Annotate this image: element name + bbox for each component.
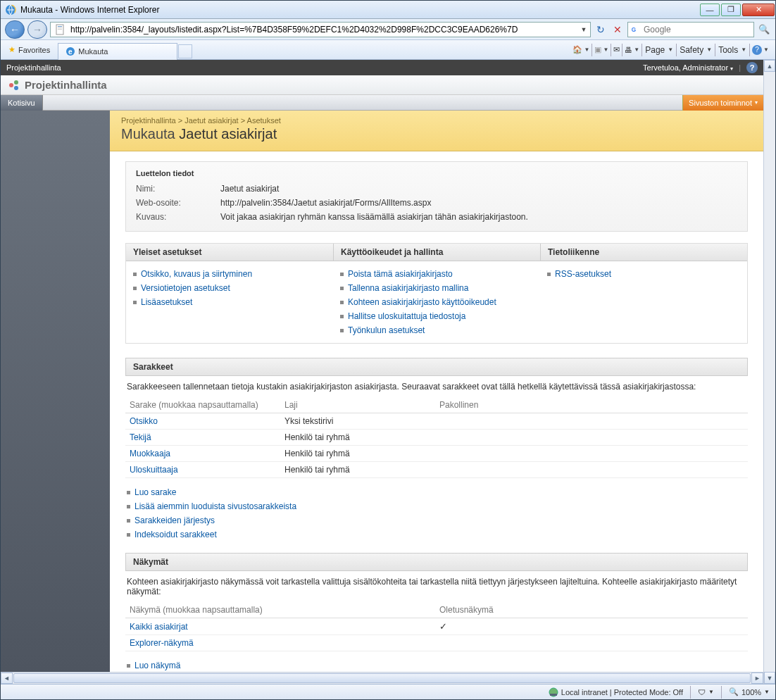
settings-link[interactable]: Työnkulun asetukset — [340, 323, 533, 337]
scroll-down-button[interactable]: ▼ — [764, 672, 775, 684]
link-label[interactable]: Työnkulun asetukset — [348, 325, 425, 335]
settings-link[interactable]: Indeksoidut sarakkeet — [127, 527, 746, 542]
back-button[interactable]: ← — [5, 20, 25, 39]
zone-icon — [549, 687, 558, 697]
favorites-button[interactable]: ★ Favorites — [2, 42, 56, 58]
address-input[interactable] — [69, 24, 579, 35]
home-menu[interactable]: 🏠▼ — [570, 42, 592, 58]
maximize-button[interactable]: ❐ — [721, 4, 741, 16]
bullet-icon — [127, 491, 130, 494]
link-label[interactable]: Luo näkymä — [134, 661, 180, 670]
fav-tab-row: ★ Favorites e Mukauta 🏠▼ ▣▼ ✉ 🖶▼ Page▼ S… — [1, 40, 775, 60]
settings-link[interactable]: Sarakkeiden järjestys — [127, 513, 746, 527]
svg-rect-4 — [58, 27, 62, 28]
scroll-up-button[interactable]: ▲ — [764, 60, 775, 72]
column-link[interactable]: Otsikko — [130, 416, 158, 426]
link-label[interactable]: Sarakkeiden järjestys — [134, 515, 215, 525]
link-label[interactable]: Luo sarake — [134, 487, 176, 497]
link-label[interactable]: Hallitse uloskuitattuja tiedostoja — [348, 311, 465, 321]
views-table: Näkymä (muokkaa napsauttamalla) Oletusnä… — [125, 602, 748, 651]
browser-tab[interactable]: e Mukauta — [58, 43, 177, 60]
bullet-icon — [547, 273, 551, 276]
scroll-left-button[interactable]: ◄ — [1, 673, 13, 684]
protected-mode-menu[interactable]: 🛡▼ — [698, 688, 714, 696]
link-label[interactable]: Versiotietojen asetukset — [141, 283, 230, 293]
svg-text:e: e — [68, 48, 73, 56]
settings-link[interactable]: Luo näkymä — [127, 658, 746, 672]
scroll-thumb-h[interactable] — [13, 673, 751, 683]
settings-link[interactable]: Otsikko, kuvaus ja siirtyminen — [133, 267, 326, 281]
search-input[interactable] — [642, 24, 751, 35]
scrollbar-vertical[interactable]: ▲ ▼ — [763, 60, 775, 684]
close-button[interactable]: ✕ — [742, 4, 775, 16]
link-label[interactable]: Lisäasetukset — [141, 297, 192, 307]
new-tab-button[interactable] — [178, 44, 192, 58]
scroll-right-button[interactable]: ► — [751, 673, 763, 684]
sp-help-icon[interactable]: ? — [746, 62, 758, 73]
site-title[interactable]: Projektinhallinta — [25, 79, 107, 91]
scrollbar-horizontal[interactable]: ◄ ► — [1, 672, 763, 684]
settings-link[interactable]: Tallenna asiakirjakirjasto mallina — [340, 281, 533, 295]
stop-button[interactable]: ✕ — [611, 23, 625, 37]
tab-home[interactable]: Kotisivu — [1, 95, 43, 111]
security-zone[interactable]: Local intranet | Protected Mode: Off — [549, 687, 683, 697]
settings-link[interactable]: Luo sarake — [127, 485, 746, 499]
settings-link[interactable]: Lisää aiemmin luoduista sivustosarakkeis… — [127, 499, 746, 513]
safety-menu[interactable]: Safety▼ — [677, 42, 715, 58]
welcome-menu[interactable]: Tervetuloa, Administrator ▾ — [643, 63, 733, 72]
column-link[interactable]: Muokkaaja — [130, 449, 170, 458]
bullet-icon — [133, 287, 137, 290]
settings-link[interactable]: Versiotietojen asetukset — [133, 281, 326, 295]
site-actions-menu[interactable]: Sivuston toiminnot▾ — [682, 95, 763, 111]
rss-icon: ▣ — [594, 45, 601, 54]
readmail-button[interactable]: ✉ — [611, 42, 622, 58]
tools-menu[interactable]: Tools▼ — [715, 42, 749, 58]
zoom-icon: 🔍 — [729, 687, 739, 696]
table-row: Kaikki asiakirjat✓ — [125, 618, 748, 635]
view-link[interactable]: Explorer-näkymä — [130, 638, 194, 648]
link-label[interactable]: Lisää aiemmin luoduista sivustosarakkeis… — [134, 501, 296, 511]
zoom-control[interactable]: 🔍 100% ▼ — [729, 687, 770, 696]
left-nav — [1, 111, 110, 672]
settings-link[interactable]: Hallitse uloskuitattuja tiedostoja — [340, 309, 533, 323]
page-menu[interactable]: Page▼ — [642, 42, 676, 58]
refresh-button[interactable]: ↻ — [594, 23, 608, 37]
table-row: MuokkaajaHenkilö tai ryhmä — [125, 446, 748, 462]
link-label[interactable]: Indeksoidut sarakkeet — [134, 530, 217, 539]
settings-link[interactable]: Poista tämä asiakirjakirjasto — [340, 267, 533, 281]
titlebar: Mukauta - Windows Internet Explorer — ❐ … — [1, 1, 775, 19]
view-link[interactable]: Kaikki asiakirjat — [130, 622, 188, 632]
nav-toolbar: ← → ▼ ↻ ✕ G 🔍 — [1, 19, 775, 40]
google-icon: G — [631, 24, 639, 35]
link-label[interactable]: Poista tämä asiakirjakirjasto — [348, 269, 453, 279]
svg-point-11 — [14, 80, 18, 85]
sp-top-site-link[interactable]: Projektinhallinta — [6, 63, 61, 72]
search-button[interactable]: 🔍 — [757, 23, 771, 37]
link-label[interactable]: Tallenna asiakirjakirjasto mallina — [348, 283, 468, 293]
settings-link[interactable]: Kohteen asiakirjakirjasto käyttöoikeudet — [340, 295, 533, 309]
sp-body: Projektinhallinta > Jaetut asiakirjat > … — [1, 111, 763, 672]
feeds-menu[interactable]: ▣▼ — [592, 42, 611, 58]
col-comm: Tietoliikenne RSS-asetukset — [540, 244, 747, 343]
crumb-root[interactable]: Projektinhallinta — [121, 116, 176, 125]
link-label[interactable]: RSS-asetukset — [555, 269, 611, 279]
ie-icon — [5, 4, 16, 15]
minimize-button[interactable]: — — [700, 4, 720, 16]
crumb-list[interactable]: Jaetut asiakirjat — [184, 116, 238, 125]
print-menu[interactable]: 🖶▼ — [622, 42, 642, 58]
scroll-track-v[interactable] — [764, 72, 775, 672]
settings-link[interactable]: Lisäasetukset — [133, 295, 326, 309]
address-dropdown-icon[interactable]: ▼ — [579, 26, 589, 33]
viewport: Projektinhallinta Tervetuloa, Administra… — [1, 60, 775, 684]
settings-link[interactable]: RSS-asetukset — [547, 267, 740, 281]
col-perms: Käyttöoikeudet ja hallinta Poista tämä a… — [333, 244, 540, 343]
link-label[interactable]: Otsikko, kuvaus ja siirtyminen — [141, 269, 252, 279]
help-menu[interactable]: ?▼ — [750, 42, 771, 58]
address-bar[interactable]: ▼ — [50, 22, 591, 37]
search-bar[interactable]: G — [627, 22, 754, 37]
column-link[interactable]: Tekijä — [130, 432, 151, 442]
sp-logo-icon — [8, 79, 20, 92]
link-label[interactable]: Kohteen asiakirjakirjasto käyttöoikeudet — [348, 297, 496, 307]
forward-button[interactable]: → — [27, 20, 47, 39]
column-link[interactable]: Uloskuittaaja — [130, 465, 178, 475]
